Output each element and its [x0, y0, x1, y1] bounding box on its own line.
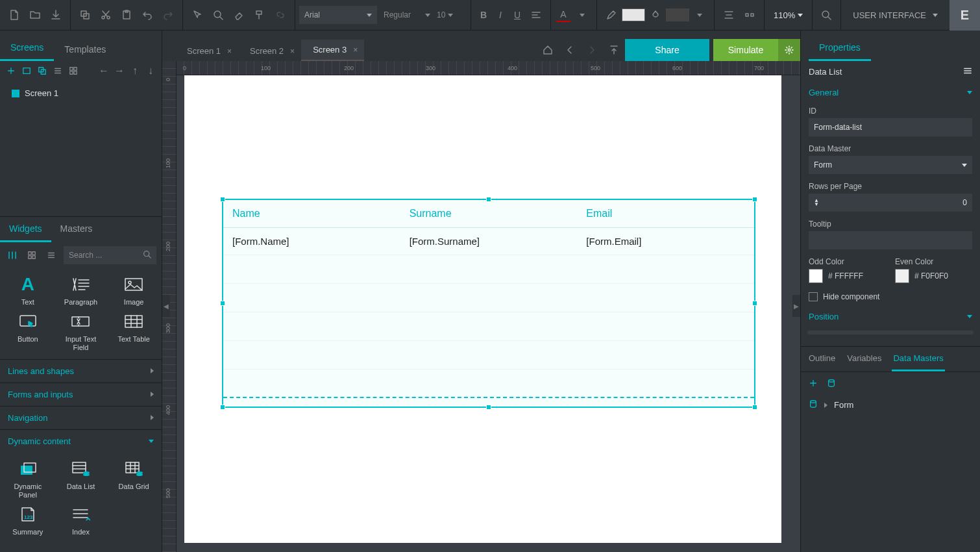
text-align-icon[interactable]: [528, 7, 544, 23]
font-size-select[interactable]: 10: [437, 6, 463, 24]
format-painter-icon[interactable]: [252, 7, 267, 23]
view-columns-icon[interactable]: [5, 248, 19, 262]
tab-widgets[interactable]: Widgets: [0, 217, 51, 242]
widget-text-table[interactable]: Text Table: [110, 312, 158, 352]
screen-tab-3[interactable]: Screen 3×: [301, 40, 364, 61]
simulate-settings-button[interactable]: [778, 39, 800, 61]
tab-outline[interactable]: Outline: [807, 347, 837, 371]
simulate-button[interactable]: Simulate: [713, 39, 778, 61]
category-lines-shapes[interactable]: Lines and shapes: [0, 359, 162, 383]
nav-left-icon[interactable]: ←: [98, 65, 110, 77]
font-family-select[interactable]: Arial: [299, 6, 377, 24]
widget-text[interactable]: AText: [4, 275, 52, 307]
redo-icon[interactable]: [160, 7, 176, 23]
bold-button[interactable]: B: [476, 8, 491, 22]
odd-color-swatch[interactable]: [809, 269, 823, 283]
screen-tab-1[interactable]: Screen 1×: [175, 41, 238, 61]
text-color-button[interactable]: A: [556, 8, 570, 22]
user-dropdown[interactable]: USER INTERFACE: [840, 0, 949, 31]
widget-data-list[interactable]: Data List: [57, 459, 105, 499]
properties-menu-icon[interactable]: [963, 66, 972, 77]
pointer-icon[interactable]: [190, 7, 205, 23]
close-icon[interactable]: ×: [227, 47, 232, 56]
even-color-swatch[interactable]: [895, 269, 909, 283]
resize-handle[interactable]: [486, 197, 491, 202]
data-cell[interactable]: [Form.Name]: [223, 228, 400, 255]
section-general[interactable]: General: [801, 82, 980, 103]
home-icon[interactable]: [538, 40, 557, 60]
tab-templates[interactable]: Templates: [54, 38, 116, 61]
widget-data-grid[interactable]: Data Grid: [110, 459, 158, 499]
resize-handle[interactable]: [220, 197, 225, 202]
category-forms-inputs[interactable]: Forms and inputs: [0, 383, 162, 406]
category-navigation[interactable]: Navigation: [0, 406, 162, 429]
text-color-dropdown[interactable]: [574, 7, 590, 23]
widget-button[interactable]: Button: [4, 312, 52, 352]
underline-button[interactable]: U: [510, 8, 524, 22]
nav-right-icon[interactable]: →: [114, 65, 125, 77]
undo-icon[interactable]: [140, 7, 155, 23]
section-position[interactable]: Position: [801, 307, 980, 327]
column-header[interactable]: Surname: [400, 200, 578, 227]
data-master-item[interactable]: Form: [801, 394, 980, 416]
scrollbar[interactable]: [807, 331, 974, 334]
italic-button[interactable]: I: [493, 8, 508, 22]
duplicate-icon[interactable]: [36, 65, 48, 77]
canvas-page[interactable]: Name Surname Email [Form.Name] [Form.Sur…: [184, 75, 781, 543]
tab-masters[interactable]: Masters: [51, 217, 102, 242]
zoom-select[interactable]: 110%: [768, 6, 808, 24]
import-icon[interactable]: [604, 40, 624, 60]
new-file-icon[interactable]: [6, 7, 22, 23]
share-button[interactable]: Share: [625, 39, 709, 61]
resize-handle[interactable]: [752, 301, 757, 306]
canvas-area[interactable]: 0 100 200 300 400 500 0 100 200 300 400 …: [162, 61, 800, 552]
collapse-right-panel-icon[interactable]: ▶: [792, 295, 800, 317]
collapse-left-panel-icon[interactable]: ◀: [162, 295, 170, 317]
resize-handle[interactable]: [752, 197, 757, 202]
id-input[interactable]: [809, 118, 972, 136]
hide-component-checkbox[interactable]: Hide component: [801, 287, 980, 307]
widget-input-text-field[interactable]: Input Text Field: [57, 312, 105, 352]
tab-screens[interactable]: Screens: [0, 36, 54, 61]
rows-per-page-stepper[interactable]: ▲▼ 0: [809, 194, 972, 212]
column-header[interactable]: Name: [223, 200, 400, 227]
opacity-icon[interactable]: [648, 7, 663, 23]
column-header[interactable]: Email: [577, 200, 754, 227]
close-icon[interactable]: ×: [290, 47, 295, 56]
search-icon[interactable]: [818, 7, 834, 23]
data-cell[interactable]: [Form.Surname]: [400, 228, 578, 255]
pencil-icon[interactable]: [604, 7, 619, 23]
tab-properties[interactable]: Properties: [809, 36, 871, 61]
stroke-dropdown[interactable]: [692, 7, 707, 23]
resize-handle[interactable]: [752, 405, 757, 410]
cut-icon[interactable]: [98, 7, 114, 23]
view-grid-icon[interactable]: [25, 248, 39, 262]
fill-color-swatch[interactable]: [622, 8, 645, 21]
widget-paragraph[interactable]: Paragraph: [57, 275, 105, 307]
screen-tab-2[interactable]: Screen 2×: [238, 41, 301, 61]
zoom-icon[interactable]: [210, 7, 226, 23]
screen-list-item[interactable]: Screen 1: [6, 84, 155, 102]
import-data-master-icon[interactable]: [826, 377, 837, 389]
tab-data-masters[interactable]: Data Masters: [892, 347, 944, 371]
align-icon[interactable]: [721, 7, 737, 23]
stepper-arrows-icon[interactable]: ▲▼: [814, 199, 819, 207]
open-folder-icon[interactable]: [27, 7, 43, 23]
back-icon[interactable]: [560, 40, 580, 60]
list-icon[interactable]: [52, 65, 64, 77]
download-icon[interactable]: [48, 7, 64, 23]
nav-down-icon[interactable]: ↓: [145, 65, 156, 77]
link-icon[interactable]: [273, 7, 288, 23]
font-weight-select[interactable]: Regular: [384, 6, 430, 24]
add-image-icon[interactable]: [21, 65, 32, 77]
data-master-select[interactable]: Form: [809, 156, 972, 174]
add-screen-icon[interactable]: [5, 65, 17, 77]
widget-index[interactable]: Index: [57, 505, 105, 536]
add-data-master-icon[interactable]: [807, 377, 819, 389]
copy-icon[interactable]: [77, 7, 93, 23]
eraser-icon[interactable]: [231, 7, 247, 23]
distribute-icon[interactable]: [742, 7, 757, 23]
resize-handle[interactable]: [486, 405, 491, 410]
selected-data-list[interactable]: Name Surname Email [Form.Name] [Form.Sur…: [222, 199, 755, 408]
data-cell[interactable]: [Form.Email]: [577, 228, 754, 255]
